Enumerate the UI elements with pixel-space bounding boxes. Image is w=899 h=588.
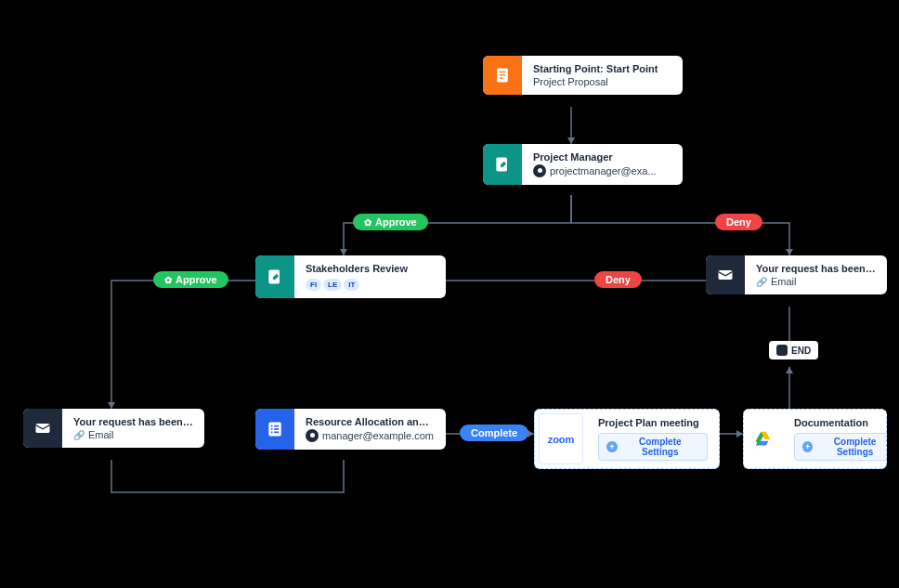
- node-subtitle: Email: [756, 276, 876, 287]
- svg-rect-16: [271, 425, 273, 427]
- node-stakeholders[interactable]: Stakeholders Review FI LE IT: [255, 255, 446, 298]
- leaf-icon: ✿: [364, 217, 371, 228]
- svg-marker-3: [528, 430, 534, 438]
- pill-deny: Deny: [594, 271, 642, 288]
- svg-rect-10: [500, 78, 503, 79]
- node-title: Project Plan meeting: [598, 417, 708, 428]
- user-icon: [533, 164, 546, 177]
- end-node: END: [769, 341, 818, 359]
- plus-icon: +: [802, 441, 813, 452]
- svg-marker-0: [567, 137, 575, 144]
- badge: FI: [306, 279, 321, 291]
- svg-rect-9: [500, 74, 506, 75]
- node-start[interactable]: Starting Point: Start Point Project Prop…: [483, 56, 683, 95]
- node-title: Starting Point: Start Point: [533, 63, 658, 74]
- zoom-icon: zoom: [539, 413, 583, 464]
- pill-deny: Deny: [715, 214, 762, 230]
- mail-icon: [706, 255, 745, 294]
- svg-marker-2: [786, 249, 793, 255]
- pill-approve: ✿Approve: [353, 214, 428, 230]
- node-resource[interactable]: Resource Allocation and Sch... manager@e…: [255, 409, 446, 450]
- node-title: Project Manager: [533, 151, 657, 163]
- badge: LE: [323, 279, 342, 291]
- complete-settings-button[interactable]: +Complete Settings: [794, 433, 887, 461]
- node-subtitle: manager@example.com: [306, 429, 435, 442]
- node-title: Your request has been denied.: [756, 263, 876, 274]
- node-denied[interactable]: Your request has been denied. Email: [706, 255, 887, 294]
- node-title: Stakeholders Review: [306, 263, 413, 274]
- node-accepted[interactable]: Your request has been accep... Email: [23, 409, 204, 448]
- node-title: Documentation: [794, 417, 887, 428]
- drive-icon: [744, 410, 783, 468]
- svg-marker-1: [340, 249, 347, 255]
- link-icon: [73, 429, 85, 440]
- svg-rect-17: [274, 425, 279, 427]
- node-meeting[interactable]: zoom Project Plan meeting +Complete Sett…: [534, 409, 720, 469]
- complete-settings-button[interactable]: +Complete Settings: [598, 433, 708, 461]
- pill-complete: Complete: [460, 425, 528, 441]
- svg-rect-20: [271, 432, 273, 434]
- svg-rect-14: [36, 424, 50, 433]
- svg-rect-13: [719, 270, 733, 280]
- badge-list: FI LE IT: [306, 279, 413, 291]
- plus-icon: +: [606, 441, 618, 452]
- user-icon: [306, 429, 319, 442]
- svg-marker-5: [786, 367, 793, 373]
- svg-rect-19: [274, 428, 279, 430]
- node-docs[interactable]: Documentation +Complete Settings: [743, 409, 887, 469]
- svg-marker-6: [108, 402, 115, 409]
- badge: IT: [344, 279, 359, 291]
- node-title: Your request has been accep...: [73, 416, 193, 427]
- svg-rect-8: [500, 72, 506, 72]
- leaf-icon: ✿: [164, 275, 172, 285]
- document-icon: [483, 56, 522, 95]
- review-icon: [255, 255, 294, 298]
- svg-rect-18: [271, 428, 273, 430]
- svg-rect-21: [274, 432, 279, 434]
- node-subtitle: Email: [73, 429, 193, 440]
- mail-icon: [23, 409, 62, 448]
- review-icon: [483, 144, 522, 185]
- end-dot-icon: [776, 345, 788, 356]
- node-project-manager[interactable]: Project Manager projectmanager@exa...: [483, 144, 683, 185]
- node-subtitle: Project Proposal: [533, 76, 658, 87]
- end-label: END: [791, 346, 811, 356]
- pill-approve: ✿Approve: [153, 271, 228, 288]
- svg-marker-4: [736, 430, 743, 438]
- node-subtitle: projectmanager@exa...: [533, 164, 657, 177]
- list-icon: [255, 409, 294, 450]
- link-icon: [756, 276, 767, 287]
- node-title: Resource Allocation and Sch...: [306, 416, 435, 427]
